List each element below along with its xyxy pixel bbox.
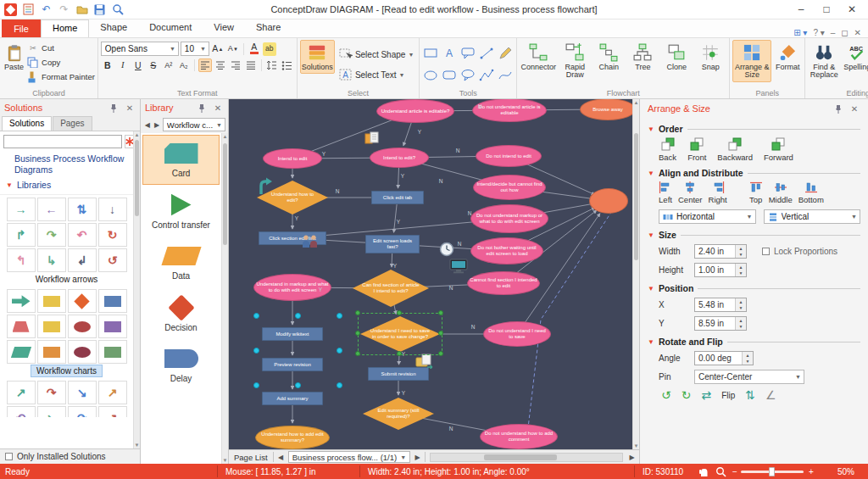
canvas-horizontal-scrollbar[interactable]: [430, 453, 623, 462]
next-page-icon[interactable]: ▶: [413, 454, 422, 461]
shape-tile[interactable]: [7, 315, 36, 338]
flowchart-node[interactable]: Add summary: [262, 392, 323, 405]
shape-tile[interactable]: [98, 315, 127, 338]
solutions-search-input[interactable]: [3, 135, 122, 148]
ribbon-snap-button[interactable]: Snap: [694, 40, 726, 74]
cut-button[interactable]: ✂Cut: [27, 42, 95, 54]
align-right-button[interactable]: Right: [709, 181, 727, 204]
flowchart-node[interactable]: Cannot find section I intended to edit: [467, 271, 540, 295]
solutions-filter-icon[interactable]: [125, 135, 133, 148]
angle-input[interactable]: 0.00 deg▲▼: [694, 351, 754, 365]
shape-tile[interactable]: ↺: [98, 248, 127, 272]
flip-horizontal-icon[interactable]: ⇄: [701, 389, 711, 401]
prev-page-icon[interactable]: ◀: [276, 454, 286, 461]
rotate-left-icon[interactable]: ↺: [661, 389, 671, 401]
tab-document[interactable]: Document: [138, 19, 203, 37]
shape-tile[interactable]: ↷: [37, 381, 66, 404]
flowchart-node[interactable]: Click edit tab: [371, 191, 424, 204]
align-center-button[interactable]: [214, 58, 227, 72]
library-item-decision[interactable]: Decision: [142, 289, 220, 339]
shape-tile[interactable]: ↻: [98, 223, 127, 247]
library-item-delay[interactable]: Delay: [142, 340, 220, 390]
shape-tile[interactable]: [98, 340, 127, 364]
tab-pages[interactable]: Pages: [53, 116, 92, 131]
shape-tile[interactable]: ↗: [7, 381, 36, 404]
select-text-button[interactable]: A Select Text▼: [337, 65, 416, 84]
font-size-select[interactable]: 10▼: [181, 42, 209, 56]
tab-home[interactable]: Home: [41, 19, 89, 37]
library-scrollbar[interactable]: ▲▼: [221, 133, 228, 464]
scroll-right-icon[interactable]: ▶: [627, 454, 637, 461]
lock-proportions-checkbox[interactable]: [762, 248, 770, 255]
shape-tile[interactable]: [98, 289, 127, 313]
new-document-icon[interactable]: [21, 3, 36, 17]
maximize-button[interactable]: □: [814, 2, 839, 18]
flowchart-node[interactable]: Submit revision: [368, 367, 429, 381]
minimize-button[interactable]: –: [788, 2, 814, 18]
library-group-label[interactable]: Workflow charts: [0, 365, 133, 378]
flowchart-node[interactable]: Do not understand markup or what to do w…: [470, 204, 548, 233]
save-icon[interactable]: [92, 3, 107, 17]
text-tool-icon[interactable]: A: [441, 43, 458, 64]
library-item-data[interactable]: Data: [142, 237, 220, 287]
library-forward-icon[interactable]: ▶: [153, 121, 160, 129]
flowchart-node[interactable]: Do not intend to edit: [476, 145, 542, 167]
paste-button[interactable]: Paste: [3, 40, 25, 74]
order-back-button[interactable]: Back: [659, 137, 676, 162]
tree-item-libraries[interactable]: ▼ Libraries: [4, 179, 129, 192]
tab-shape[interactable]: Shape: [89, 19, 138, 37]
solutions-scrollbar[interactable]: ▲▼: [133, 131, 140, 448]
multi-selection-box[interactable]: [257, 316, 340, 386]
shape-tile[interactable]: ↗: [98, 406, 127, 417]
selection-handle[interactable]: [397, 351, 402, 356]
rotate-right-icon[interactable]: ↻: [682, 389, 692, 401]
flowchart-node[interactable]: Do not bother waiting until edit screen …: [470, 237, 543, 265]
flowchart-node[interactable]: Understand how to add edit summary?: [255, 426, 330, 449]
shape-tile[interactable]: [37, 340, 66, 364]
flowchart-node[interactable]: Understand article is editable?: [376, 99, 454, 123]
shape-tile[interactable]: ↓: [98, 198, 127, 221]
pencil-tool-icon[interactable]: [497, 43, 514, 64]
shape-tile[interactable]: ⇅: [68, 198, 97, 221]
selection-handle[interactable]: [355, 351, 360, 356]
width-input[interactable]: 2.40 in▲▼: [694, 244, 747, 259]
oval-callout-tool-icon[interactable]: [459, 65, 476, 86]
shape-tile[interactable]: ↷: [37, 223, 66, 247]
drawing-canvas[interactable]: Understand article is editable?Do not un…: [229, 99, 632, 449]
ribbon-clone-button[interactable]: Clone: [660, 40, 693, 74]
close-panel-icon[interactable]: ✕: [124, 102, 136, 114]
rounded-rectangle-tool-icon[interactable]: [441, 65, 458, 86]
help-icon[interactable]: ? ▾: [813, 28, 824, 37]
height-input[interactable]: 1.00 in▲▼: [694, 263, 747, 277]
shape-tile[interactable]: [37, 289, 66, 313]
zoom-slider[interactable]: [741, 471, 804, 473]
tab-solutions[interactable]: Solutions: [2, 116, 52, 131]
shape-tile[interactable]: ↳: [37, 248, 66, 272]
ribbon-connector-button[interactable]: Connector: [520, 40, 557, 74]
order-backward-button[interactable]: Backward: [717, 137, 753, 162]
align-justify-button[interactable]: [244, 58, 258, 72]
solutions-button[interactable]: Solutions: [300, 40, 335, 74]
shape-tile[interactable]: [68, 289, 97, 313]
flowchart-node[interactable]: [589, 188, 628, 214]
align-right-button[interactable]: [229, 58, 242, 72]
ellipse-tool-icon[interactable]: [422, 65, 439, 86]
shape-tile[interactable]: →: [7, 198, 36, 221]
library-item-card[interactable]: Card: [142, 135, 220, 185]
copy-button[interactable]: Copy: [27, 56, 95, 69]
page-tab[interactable]: Business process flow... (1/1)▼: [288, 451, 411, 463]
order-forward-button[interactable]: Forward: [764, 137, 793, 162]
italic-button[interactable]: I: [116, 58, 130, 72]
angle-icon[interactable]: ∠: [765, 389, 776, 401]
distribute-horizontal-select[interactable]: Horizontal▼: [659, 209, 756, 224]
flowchart-node[interactable]: Do not understand I need to save: [483, 321, 551, 347]
y-input[interactable]: 8.59 in▲▼: [694, 316, 747, 331]
curve-tool-icon[interactable]: [497, 65, 514, 86]
align-bottom-button[interactable]: Bottom: [798, 181, 824, 204]
underline-button[interactable]: U: [131, 58, 145, 72]
find-replace-button[interactable]: Find & Replace: [808, 40, 840, 82]
line-spacing-icon[interactable]: [265, 58, 279, 72]
subscript-button[interactable]: A₂: [177, 58, 191, 72]
highlight-color-icon[interactable]: ab: [263, 42, 276, 56]
selection-handle[interactable]: [355, 331, 360, 336]
